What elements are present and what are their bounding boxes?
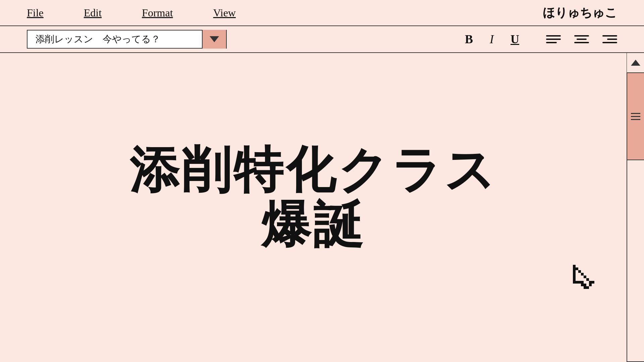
brand-name: ほりゅちゅこ (543, 5, 617, 21)
italic-button[interactable]: I (490, 32, 494, 46)
align-line (546, 39, 561, 40)
scroll-track[interactable] (627, 73, 644, 362)
align-line (574, 35, 589, 37)
content-area: 添削特化クラス 爆誕 (0, 53, 627, 362)
title-line1: 添削特化クラス (129, 143, 497, 197)
dropdown-text: 添削レッスン 今やってる？ (28, 33, 202, 46)
align-center-button[interactable] (574, 35, 589, 43)
align-line (577, 39, 587, 40)
bold-button[interactable]: B (465, 32, 473, 46)
scrollbar (627, 53, 644, 362)
menubar-left: File Edit Format View (27, 7, 236, 19)
align-line (607, 39, 617, 40)
align-line (602, 42, 617, 43)
title-line2: 爆誕 (129, 197, 497, 252)
align-line (546, 35, 561, 37)
menubar: File Edit Format View ほりゅちゅこ (0, 0, 644, 26)
align-right-button[interactable] (602, 35, 617, 43)
scroll-up-button[interactable] (627, 53, 644, 73)
align-buttons (546, 35, 617, 43)
align-left-button[interactable] (546, 35, 561, 43)
scroll-up-icon (631, 60, 640, 66)
chevron-down-icon (210, 36, 219, 42)
menu-file[interactable]: File (27, 7, 44, 19)
main-title: 添削特化クラス 爆誕 (129, 143, 497, 252)
scroll-thumb-line (631, 116, 640, 117)
format-buttons: B I U (465, 32, 519, 46)
underline-button[interactable]: U (511, 32, 519, 46)
align-line (602, 35, 617, 37)
scroll-thumb-line (631, 119, 640, 120)
scroll-thumb-lines (631, 113, 640, 120)
align-line (546, 42, 557, 43)
scroll-thumb-line (631, 113, 640, 114)
toolbar: 添削レッスン 今やってる？ B I U (0, 26, 644, 53)
menu-edit[interactable]: Edit (84, 7, 102, 19)
menu-view[interactable]: View (213, 7, 236, 19)
main-area: 添削特化クラス 爆誕 .cursor-pixel { fill: #111; } (0, 53, 644, 362)
dropdown-arrow-button[interactable] (202, 30, 226, 49)
lesson-dropdown[interactable]: 添削レッスン 今やってる？ (27, 30, 227, 49)
align-line (574, 42, 589, 43)
menu-format[interactable]: Format (142, 7, 173, 19)
scroll-thumb[interactable] (627, 73, 644, 160)
